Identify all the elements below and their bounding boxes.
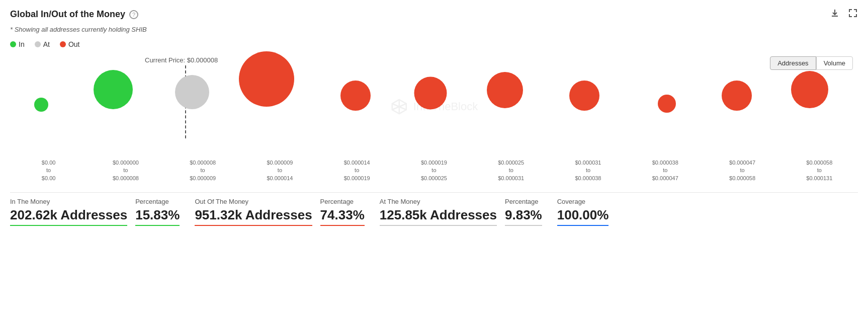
svg-line-2 xyxy=(392,104,406,110)
bubble-11 xyxy=(791,71,828,108)
legend-dot-at xyxy=(35,41,41,47)
stat-pct-out: Percentage 74.33% xyxy=(320,198,380,230)
bubble-9 xyxy=(658,95,676,113)
stat-value-in: 202.62k Addresses xyxy=(10,207,127,226)
current-price-label: Current Price: $0.000008 xyxy=(145,56,218,64)
legend-label-at: At xyxy=(43,40,50,48)
header-left: Global In/Out of the Money ? xyxy=(10,9,138,20)
stat-label-in: In The Money xyxy=(10,198,127,205)
legend: In At Out xyxy=(10,40,858,48)
bubble-8 xyxy=(569,81,599,111)
legend-label-out: Out xyxy=(68,40,80,48)
stat-at-the-money: At The Money 125.85k Addresses xyxy=(380,198,505,230)
x-tick-1: $0.000000to$0.000008 xyxy=(87,159,164,182)
stat-label-coverage: Coverage xyxy=(557,198,609,205)
x-tick-0: $0.00to$0.00 xyxy=(10,159,87,182)
bubble-5 xyxy=(340,81,371,111)
page-title: Global In/Out of the Money xyxy=(10,9,125,20)
legend-item-out: Out xyxy=(60,40,80,48)
x-tick-3: $0.000009to$0.000014 xyxy=(241,159,318,182)
legend-label-in: In xyxy=(19,40,25,48)
bubble-10 xyxy=(722,81,752,111)
header-icons xyxy=(830,8,858,21)
stat-label-out: Out Of The Money xyxy=(195,198,312,205)
bubble-6 xyxy=(414,77,447,110)
bubble-4 xyxy=(239,51,294,107)
stat-label-at: At The Money xyxy=(380,198,497,205)
x-tick-8: $0.000038to$0.000047 xyxy=(627,159,704,182)
x-tick-6: $0.000025to$0.000031 xyxy=(473,159,550,182)
main-container: Global In/Out of the Money ? * Showing a… xyxy=(0,0,868,238)
stat-out-the-money: Out Of The Money 951.32k Addresses xyxy=(195,198,320,230)
x-tick-4: $0.000014to$0.000019 xyxy=(318,159,395,182)
download-icon[interactable] xyxy=(830,8,840,21)
legend-item-at: At xyxy=(35,40,50,48)
stat-label-pct-at: Percentage xyxy=(505,198,542,205)
svg-line-1 xyxy=(392,104,406,110)
svg-marker-0 xyxy=(392,100,406,114)
expand-icon[interactable] xyxy=(848,8,858,21)
legend-dot-out xyxy=(60,41,66,47)
stat-value-coverage: 100.00% xyxy=(557,207,609,226)
x-tick-5: $0.000019to$0.000025 xyxy=(395,159,472,182)
stat-pct-in: Percentage 15.83% xyxy=(135,198,195,230)
bubble-2 xyxy=(94,70,133,109)
stat-pct-at: Percentage 9.83% xyxy=(505,198,557,230)
stat-value-pct-out: 74.33% xyxy=(320,207,365,226)
stat-value-pct-in: 15.83% xyxy=(135,207,180,226)
stat-coverage: Coverage 100.00% xyxy=(557,198,619,230)
stat-label-pct-in: Percentage xyxy=(135,198,180,205)
x-tick-2: $0.000008to$0.000009 xyxy=(164,159,241,182)
stat-value-pct-at: 9.83% xyxy=(505,207,542,226)
x-tick-10: $0.000058to$0.000131 xyxy=(781,159,858,182)
bubble-1 xyxy=(34,98,48,112)
chart-area: Addresses Volume Current Price: $0.00000… xyxy=(10,56,858,182)
x-tick-9: $0.000047to$0.000058 xyxy=(704,159,780,182)
legend-dot-in xyxy=(10,41,16,47)
stat-label-pct-out: Percentage xyxy=(320,198,365,205)
stats-section: In The Money 202.62k Addresses Percentag… xyxy=(10,192,858,230)
stat-value-at: 125.85k Addresses xyxy=(380,207,497,226)
header: Global In/Out of the Money ? xyxy=(10,8,858,21)
x-tick-7: $0.000031to$0.000038 xyxy=(550,159,627,182)
stat-in-the-money: In The Money 202.62k Addresses xyxy=(10,198,135,230)
legend-item-in: In xyxy=(10,40,25,48)
bubbles-wrapper: Current Price: $0.000008 IntoTheBlock xyxy=(10,56,858,157)
stat-value-out: 951.32k Addresses xyxy=(195,207,312,226)
help-icon[interactable]: ? xyxy=(129,10,138,19)
bubble-7 xyxy=(487,72,523,108)
x-axis: $0.00to$0.00 $0.000000to$0.000008 $0.000… xyxy=(10,159,858,182)
bubble-3 xyxy=(175,75,209,109)
subtitle: * Showing all addresses currently holdin… xyxy=(10,26,858,33)
